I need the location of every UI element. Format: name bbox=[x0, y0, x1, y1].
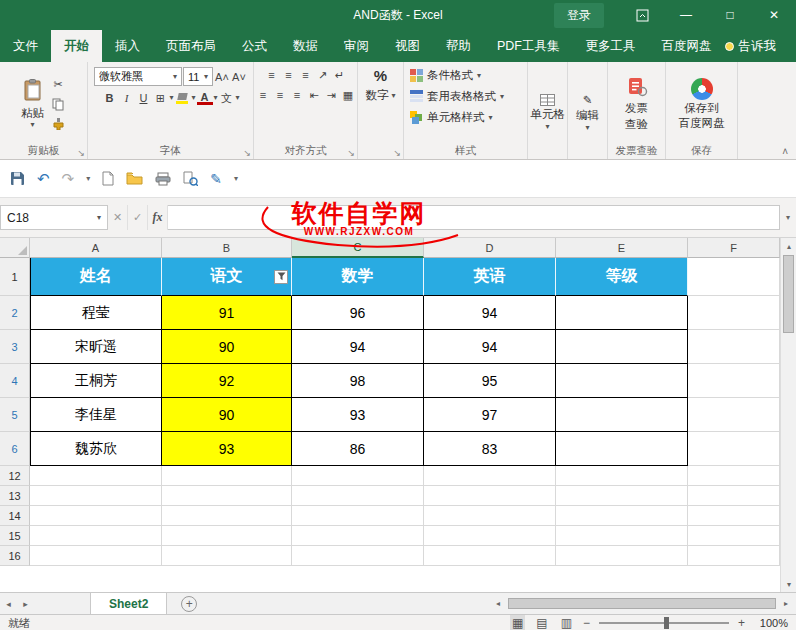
horizontal-scrollbar[interactable]: ◂ ▸ bbox=[490, 593, 796, 614]
cell-B2[interactable]: 91 bbox=[162, 296, 292, 330]
phonetic-guide-button[interactable]: 文 bbox=[219, 90, 235, 106]
underline-button[interactable]: U bbox=[135, 90, 151, 106]
cell-C16[interactable] bbox=[292, 546, 424, 566]
cell-E5[interactable] bbox=[556, 398, 688, 432]
maximize-button[interactable]: □ bbox=[708, 0, 752, 30]
cell-B16[interactable] bbox=[162, 546, 292, 566]
collapse-ribbon-button[interactable]: ˄ bbox=[782, 146, 788, 157]
new-file-button[interactable] bbox=[102, 171, 114, 186]
number-dialog-launcher[interactable]: ↘ bbox=[393, 149, 401, 158]
ribbon-tab-3[interactable]: 页面布局 bbox=[153, 30, 229, 62]
ribbon-tab-2[interactable]: 插入 bbox=[102, 30, 153, 62]
confirm-entry-button[interactable]: ✓ bbox=[128, 205, 148, 230]
merge-center-button[interactable]: ▦ bbox=[340, 87, 356, 103]
editing-button[interactable]: ✎ 编辑 ▾ bbox=[576, 93, 599, 132]
decrease-indent-button[interactable]: ⇤ bbox=[306, 87, 322, 103]
cells-button[interactable]: 单元格 ▾ bbox=[530, 94, 565, 131]
row-header-6[interactable]: 6 bbox=[0, 432, 30, 466]
cell-A4[interactable]: 王桐芳 bbox=[30, 364, 162, 398]
cell-D14[interactable] bbox=[424, 506, 556, 526]
sheet-nav-left-button[interactable]: ◂ bbox=[0, 593, 17, 614]
ribbon-tab-5[interactable]: 数据 bbox=[280, 30, 331, 62]
cell-F3[interactable] bbox=[688, 330, 780, 364]
row-header-12[interactable]: 12 bbox=[0, 466, 30, 486]
cell-E2[interactable] bbox=[556, 296, 688, 330]
hscroll-left-button[interactable]: ◂ bbox=[490, 596, 506, 612]
qat-dropdown[interactable]: ▾ bbox=[86, 174, 90, 183]
cell-F15[interactable] bbox=[688, 526, 780, 546]
cell-A3[interactable]: 宋昕遥 bbox=[30, 330, 162, 364]
cell-E14[interactable] bbox=[556, 506, 688, 526]
cell-D12[interactable] bbox=[424, 466, 556, 486]
invoice-check-button[interactable]: 发票 查验 bbox=[625, 77, 648, 131]
save-to-netdisk-button[interactable]: 保存到 百度网盘 bbox=[679, 78, 725, 131]
align-middle-button[interactable]: ≡ bbox=[281, 67, 297, 83]
row-header-14[interactable]: 14 bbox=[0, 506, 30, 526]
cell-E12[interactable] bbox=[556, 466, 688, 486]
zoom-slider-thumb[interactable] bbox=[664, 617, 669, 629]
cell-E13[interactable] bbox=[556, 486, 688, 506]
ribbon-display-options-icon[interactable] bbox=[620, 0, 664, 30]
formula-bar-expand-button[interactable]: ▾ bbox=[780, 213, 796, 222]
insert-function-button[interactable]: fx bbox=[148, 205, 168, 230]
cell-A13[interactable] bbox=[30, 486, 162, 506]
cell-E4[interactable] bbox=[556, 364, 688, 398]
row-header-3[interactable]: 3 bbox=[0, 330, 30, 364]
cell-C4[interactable]: 98 bbox=[292, 364, 424, 398]
close-button[interactable]: ✕ bbox=[752, 0, 796, 30]
cell-D3[interactable]: 94 bbox=[424, 330, 556, 364]
hscroll-right-button[interactable]: ▸ bbox=[778, 596, 794, 612]
row-header-4[interactable]: 4 bbox=[0, 364, 30, 398]
ribbon-tab-10[interactable]: 更多工具 bbox=[573, 30, 649, 62]
column-header-a[interactable]: A bbox=[30, 238, 162, 258]
cell-E15[interactable] bbox=[556, 526, 688, 546]
cell-C5[interactable]: 93 bbox=[292, 398, 424, 432]
align-center-button[interactable]: ≡ bbox=[272, 87, 288, 103]
column-header-d[interactable]: D bbox=[424, 238, 556, 258]
cell-D2[interactable]: 94 bbox=[424, 296, 556, 330]
cell-C6[interactable]: 86 bbox=[292, 432, 424, 466]
paste-button[interactable]: 粘贴 ▾ bbox=[21, 79, 44, 129]
ribbon-tab-1[interactable]: 开始 bbox=[51, 30, 102, 62]
vertical-scrollbar[interactable]: ▴ ▾ bbox=[780, 238, 796, 592]
decrease-font-size-button[interactable]: A˅ bbox=[231, 69, 247, 85]
page-layout-view-button[interactable]: ▤ bbox=[534, 615, 549, 630]
format-as-table-button[interactable]: 套用表格格式 ▾ bbox=[406, 88, 525, 105]
normal-view-button[interactable]: ▦ bbox=[510, 615, 525, 630]
row-header-16[interactable]: 16 bbox=[0, 546, 30, 566]
file-tab[interactable]: 文件 bbox=[0, 30, 51, 62]
borders-button[interactable]: ⊞ bbox=[152, 90, 168, 106]
cell-F5[interactable] bbox=[688, 398, 780, 432]
conditional-formatting-button[interactable]: 条件格式 ▾ bbox=[406, 67, 525, 84]
undo-button[interactable]: ↶ bbox=[37, 170, 50, 188]
cell-C3[interactable]: 94 bbox=[292, 330, 424, 364]
cell-F1[interactable] bbox=[688, 258, 780, 296]
ribbon-tab-9[interactable]: PDF工具集 bbox=[484, 30, 573, 62]
column-header-f[interactable]: F bbox=[688, 238, 780, 258]
save-button[interactable] bbox=[10, 171, 25, 186]
cell-C13[interactable] bbox=[292, 486, 424, 506]
scroll-down-button[interactable]: ▾ bbox=[781, 576, 796, 592]
cell-A1[interactable]: 姓名 bbox=[30, 258, 162, 296]
cell-F14[interactable] bbox=[688, 506, 780, 526]
sheet-tab-sheet2[interactable]: Sheet2 bbox=[90, 593, 167, 614]
print-preview-button[interactable] bbox=[183, 171, 198, 186]
increase-indent-button[interactable]: ⇥ bbox=[323, 87, 339, 103]
bold-button[interactable]: B bbox=[101, 90, 117, 106]
copy-button[interactable] bbox=[50, 96, 66, 112]
cell-A6[interactable]: 魏苏欣 bbox=[30, 432, 162, 466]
cell-D4[interactable]: 95 bbox=[424, 364, 556, 398]
sheet-nav-right-button[interactable]: ▸ bbox=[17, 593, 34, 614]
qat-customize-dropdown[interactable]: ▾ bbox=[234, 174, 238, 183]
cell-B14[interactable] bbox=[162, 506, 292, 526]
ribbon-tab-8[interactable]: 帮助 bbox=[433, 30, 484, 62]
cell-A5[interactable]: 李佳星 bbox=[30, 398, 162, 432]
fill-color-button[interactable] bbox=[174, 93, 190, 104]
align-right-button[interactable]: ≡ bbox=[289, 87, 305, 103]
cell-D6[interactable]: 83 bbox=[424, 432, 556, 466]
cell-C2[interactable]: 96 bbox=[292, 296, 424, 330]
align-bottom-button[interactable]: ≡ bbox=[298, 67, 314, 83]
zoom-level[interactable]: 100% bbox=[754, 615, 788, 630]
cell-E3[interactable] bbox=[556, 330, 688, 364]
align-top-button[interactable]: ≡ bbox=[264, 67, 280, 83]
